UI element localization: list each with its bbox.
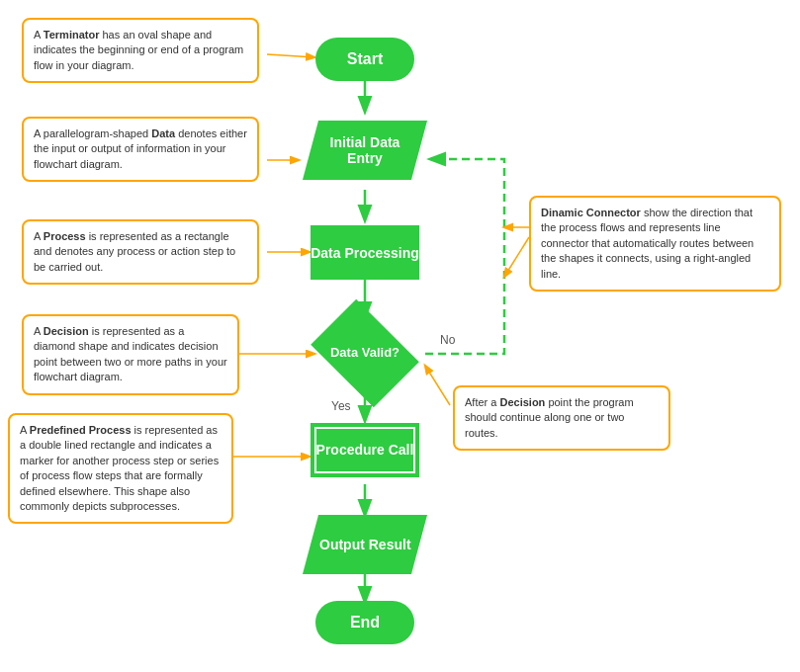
end-shape: End bbox=[315, 601, 414, 644]
annotation-title: Decision bbox=[44, 325, 89, 337]
svg-text:No: No bbox=[440, 333, 456, 347]
data-processing-shape: Data Processing bbox=[311, 225, 419, 280]
annotation-title: Predefined Process bbox=[30, 424, 132, 436]
terminator-annotation: A Terminator has an oval shape and indic… bbox=[22, 18, 259, 83]
start-oval: Start bbox=[315, 38, 414, 81]
decision-annotation: A Decision is represented as a diamond s… bbox=[22, 314, 239, 395]
decision-shape: Data Valid? bbox=[311, 316, 419, 390]
start-shape: Start bbox=[315, 38, 414, 81]
initial-data-parallelogram: Initial Data Entry bbox=[303, 121, 427, 180]
output-result-shape: Output Result bbox=[305, 514, 425, 575]
annotation-title: Terminator bbox=[44, 29, 100, 41]
annotation-title: Data bbox=[151, 127, 175, 139]
dynamic-connector-annotation: Dinamic Connector show the direction tha… bbox=[529, 196, 781, 292]
svg-text:Yes: Yes bbox=[331, 399, 351, 413]
annotation-title: Process bbox=[44, 230, 86, 242]
data-processing-rect: Data Processing bbox=[311, 225, 419, 280]
svg-line-14 bbox=[504, 237, 529, 277]
process-annotation: A Process is represented as a rectangle … bbox=[22, 219, 259, 285]
svg-line-15 bbox=[425, 366, 450, 405]
procedure-call-shape: Procedure Call bbox=[311, 420, 419, 479]
procedure-call-predefined: Procedure Call bbox=[311, 423, 419, 477]
svg-line-8 bbox=[267, 54, 314, 57]
output-result-parallelogram: Output Result bbox=[303, 515, 427, 574]
decision-after-annotation: After a Decision point the program shoul… bbox=[453, 385, 670, 451]
decision-diamond: Data Valid? bbox=[311, 319, 419, 388]
predefined-annotation: A Predefined Process is represented as a… bbox=[8, 413, 233, 524]
initial-data-shape: Initial Data Entry bbox=[305, 117, 425, 184]
annotation-title: Dinamic Connector bbox=[541, 207, 641, 218]
data-annotation: A parallelogram-shaped Data denotes eith… bbox=[22, 117, 259, 182]
end-oval: End bbox=[315, 601, 414, 644]
annotation-title: Decision bbox=[499, 396, 545, 408]
